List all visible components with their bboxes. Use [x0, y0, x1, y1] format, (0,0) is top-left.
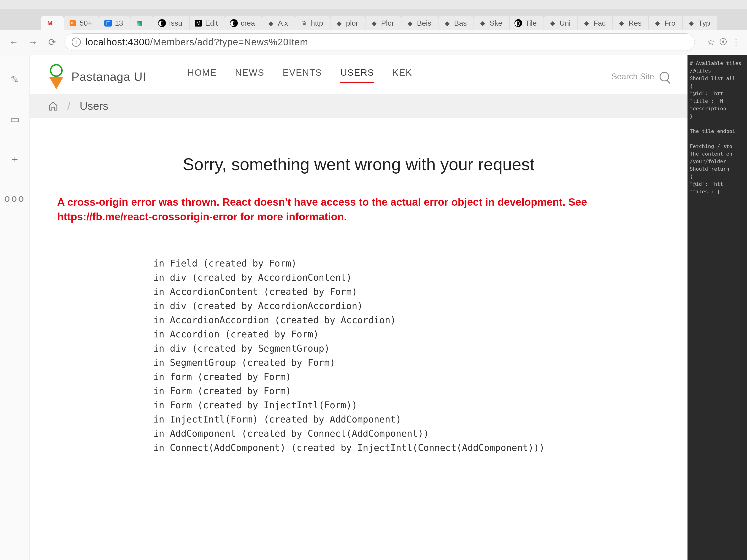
folder-icon[interactable]: ▭ [9, 113, 21, 125]
browser-tab[interactable]: ◆Plor [365, 16, 401, 30]
error-message: A cross-origin error was thrown. React d… [57, 195, 660, 224]
browser-tab[interactable]: ◆Uni [544, 16, 577, 30]
error-stack-trace: in Field (created by Form) in div (creat… [153, 256, 660, 455]
browser-tab[interactable]: ◆Ske [474, 16, 509, 30]
viewport: ✎ ▭ ＋ ooo Pastanaga UI HOMENEWSEVENTSUSE… [0, 55, 747, 560]
tab-label: Ske [490, 19, 502, 27]
nav-item-home[interactable]: HOME [187, 68, 217, 83]
tab-label: plor [346, 19, 358, 27]
tab-label: Beis [417, 19, 431, 27]
brand-name: Pastanaga UI [71, 70, 146, 83]
browser-tab[interactable]: MEdit [190, 16, 225, 30]
tab-favicon-icon: ◆ [370, 19, 378, 27]
browser-tab[interactable]: ▦ [130, 16, 153, 30]
browser-tab[interactable]: ▢13 [99, 16, 130, 30]
tab-favicon-icon: ◆ [406, 19, 414, 27]
error-title: Sorry, something went wrong with your re… [57, 155, 660, 174]
tab-label: Typ [698, 19, 710, 27]
tab-favicon-icon: ◆ [443, 19, 451, 27]
tab-label: Tile [525, 19, 537, 27]
search-input[interactable]: Search Site [612, 70, 654, 84]
browser-tab[interactable]: ◆Beis [402, 16, 438, 30]
tab-favicon-icon: ◆ [653, 19, 662, 27]
main-nav: HOMENEWSEVENTSUSERSKEK [187, 68, 412, 86]
edit-icon[interactable]: ✎ [9, 73, 21, 85]
tab-favicon-icon: ᯤ [69, 19, 77, 27]
tab-favicon-icon: 🗎 [300, 19, 308, 27]
nav-item-kek[interactable]: KEK [392, 68, 412, 83]
browser-tab[interactable]: ◐Tile [510, 16, 544, 30]
back-button[interactable]: ← [7, 35, 21, 49]
browser-tab[interactable]: ◐Issu [153, 16, 189, 30]
tab-favicon-icon: ▦ [135, 19, 143, 27]
tab-label: Edit [205, 19, 218, 27]
breadcrumb-current: Users [80, 100, 108, 112]
tab-favicon-icon: ◆ [267, 19, 275, 27]
tab-label: Plor [381, 19, 394, 27]
tab-label: Fro [664, 19, 675, 27]
tab-label: A x [278, 19, 288, 27]
browser-tab[interactable]: M [41, 16, 63, 30]
more-actions-icon[interactable]: ooo [4, 193, 25, 204]
browser-tab[interactable]: ◆Bas [438, 16, 473, 30]
omnibox-path: /Members/add?type=News%20Item [150, 36, 308, 47]
content-body: Sorry, something went wrong with your re… [30, 118, 688, 560]
tab-label: 50+ [80, 19, 92, 27]
star-bookmark-icon[interactable]: ☆ [707, 37, 715, 47]
browser-tab[interactable]: 🗎http [295, 16, 330, 30]
omnibox[interactable]: i localhost:4300/Members/add?type=News%2… [65, 33, 695, 51]
breadcrumb: / Users [30, 94, 688, 118]
tab-label: Bas [454, 19, 467, 27]
site-info-icon[interactable]: i [72, 37, 81, 47]
chrome-menu-icon[interactable]: ⋮ [732, 37, 740, 47]
tab-favicon-icon: ◐ [158, 19, 166, 27]
tab-label: crea [241, 19, 255, 27]
browser-tab-strip: Mᯤ50+▢13▦◐IssuMEdit◐crea◆A x🗎http◆plor◆P… [0, 9, 747, 30]
site-search[interactable]: Search Site [612, 70, 669, 84]
tab-label: 13 [115, 19, 123, 27]
tab-favicon-icon: ◆ [687, 19, 696, 27]
tab-favicon-icon: M [46, 19, 54, 27]
breadcrumb-separator: / [67, 99, 71, 112]
browser-tab[interactable]: ◆plor [331, 16, 365, 30]
browser-tab[interactable]: ◆Fro [649, 16, 682, 30]
search-icon[interactable] [660, 72, 669, 81]
browser-chrome: Mᯤ50+▢13▦◐IssuMEdit◐crea◆A x🗎http◆plor◆P… [0, 9, 747, 55]
breadcrumb-home-icon[interactable] [48, 101, 58, 111]
browser-tab[interactable]: ◆Typ [683, 16, 717, 30]
brand-logo-icon [48, 64, 65, 89]
tab-favicon-icon: ◆ [617, 19, 626, 27]
page-content: Pastanaga UI HOMENEWSEVENTSUSERSKEK Sear… [30, 55, 688, 560]
search-placeholder-text: Search Site [612, 72, 654, 81]
browser-toolbar: ← → ⟳ i localhost:4300/Members/add?type=… [0, 30, 747, 55]
tab-label: http [311, 19, 323, 27]
tab-favicon-icon: ◐ [514, 19, 522, 27]
omnibox-url: localhost:4300/Members/add?type=News%20I… [85, 36, 308, 48]
tab-label: Uni [560, 19, 570, 27]
left-toolbar-rail: ✎ ▭ ＋ ooo [0, 55, 30, 560]
browser-tab[interactable]: ◆Fac [578, 16, 613, 30]
tab-favicon-icon: M [194, 19, 203, 27]
tab-favicon-icon: ◆ [583, 19, 591, 27]
tab-label: Fac [593, 19, 606, 27]
site-header: Pastanaga UI HOMENEWSEVENTSUSERSKEK Sear… [30, 55, 688, 94]
nav-item-users[interactable]: USERS [340, 68, 374, 83]
tab-label: Issu [169, 19, 182, 27]
tab-label: Res [628, 19, 642, 27]
omnibox-actions: ☆ ⦿ ⋮ [700, 37, 740, 47]
add-page-icon[interactable]: ＋ [9, 153, 21, 165]
omnibox-host: localhost:4300 [85, 36, 150, 47]
tab-favicon-icon: ◆ [548, 19, 557, 27]
tab-favicon-icon: ◆ [479, 19, 487, 27]
reload-button[interactable]: ⟳ [45, 35, 59, 49]
browser-tab[interactable]: ᯤ50+ [64, 16, 99, 30]
extension-icon[interactable]: ⦿ [719, 37, 727, 47]
tab-favicon-icon: ◐ [230, 19, 238, 27]
nav-item-events[interactable]: EVENTS [283, 68, 322, 83]
browser-tab[interactable]: ◆Res [613, 16, 648, 30]
brand[interactable]: Pastanaga UI [48, 64, 146, 89]
browser-tab[interactable]: ◐crea [225, 16, 262, 30]
nav-item-news[interactable]: NEWS [235, 68, 264, 83]
forward-button[interactable]: → [26, 35, 40, 49]
browser-tab[interactable]: ◆A x [262, 16, 295, 30]
